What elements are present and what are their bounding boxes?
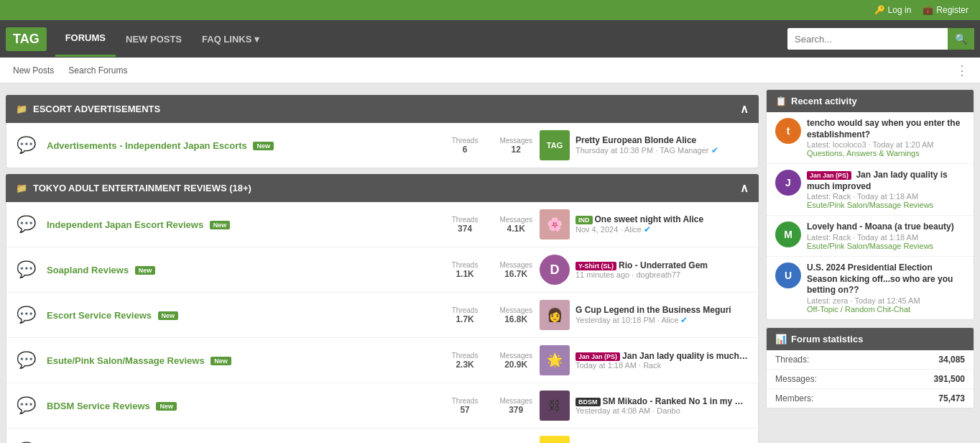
forum-stats-bdsm: Threads 57 Messages 379 xyxy=(452,397,532,415)
collapse-escort-ads[interactable]: ∧ xyxy=(740,102,749,116)
badge-new: New xyxy=(253,142,274,150)
forum-link-independent[interactable]: Independent Japan Escort Reviews xyxy=(47,219,203,230)
main-nav: FORUMS NEW POSTS FAQ LINKS ▾ xyxy=(55,21,787,57)
main-layout: 📁 ESCORT ADVERTISEMENTS ∧ 💬 Advertisemen… xyxy=(0,83,980,443)
forum-latest-bdsm: ⛓ BDSMSM Mikado - Ranked No 1 in my enti… xyxy=(540,391,748,421)
section-header-escort-ads: 📁 ESCORT ADVERTISEMENTS ∧ xyxy=(6,95,759,123)
nav-forums[interactable]: FORUMS xyxy=(55,21,116,57)
sidebar-item-2: J Jan Jan (PS) Jan Jan lady quality is m… xyxy=(767,164,974,216)
subnav-search-forums[interactable]: Search Forums xyxy=(61,60,134,81)
forum-row-soapland: 💬 Soapland Reviews New Threads 1.1K Mess… xyxy=(6,247,758,293)
forum-latest-soapland: D Y-Shirt (SL)Rio - Underrated Gem 11 mi… xyxy=(540,255,748,285)
forum-stats-header: 📊 Forum statistics xyxy=(767,328,974,350)
collapse-tokyo-reviews[interactable]: ∧ xyxy=(740,181,749,195)
sidebar-item-4: U U.S. 2024 Presidential Election Season… xyxy=(767,257,974,319)
forum-link-soapland[interactable]: Soapland Reviews xyxy=(47,265,129,275)
sidebar-avatar-4: U xyxy=(775,262,801,288)
sidebar-link-3[interactable]: Esute/Pink Salon/Massage Reviews xyxy=(807,242,933,250)
forum-row-bdsm: 💬 BDSM Service Reviews New Threads 57 Me… xyxy=(6,383,758,429)
recent-activity-header: 📋 Recent activity xyxy=(767,90,974,112)
chevron-down-icon: ▾ xyxy=(254,34,259,45)
forum-link-bdsm[interactable]: BDSM Service Reviews xyxy=(47,401,150,411)
forum-latest-ads-independent: TAG Pretty European Blonde Alice Thursda… xyxy=(540,130,748,160)
sidebar-title-2: Jan Jan (PS) Jan Jan lady quality is muc… xyxy=(807,170,965,192)
forum-stats-esute: Threads 2.3K Messages 20.9K xyxy=(452,352,532,370)
latest-info-5: Jan Jan (PS)Jan Jan lady quality is much… xyxy=(575,351,748,370)
badge-janjan: Jan Jan (PS) xyxy=(575,352,620,361)
latest-thumb-1: 🌸 xyxy=(540,209,570,239)
site-logo[interactable]: TAG xyxy=(6,27,47,51)
login-link[interactable]: 🔑 Log in xyxy=(874,5,912,15)
sidebar-link-1[interactable]: Questions, Answers & Warnings xyxy=(807,149,920,157)
subnav-new-posts[interactable]: New Posts xyxy=(6,60,61,81)
forum-row-esute: 💬 Esute/Pink Salon/Massage Reviews New T… xyxy=(6,338,758,383)
forum-link-ads-independent[interactable]: Advertisements - Independent Japan Escor… xyxy=(47,140,247,151)
section-body-escort-ads: 💬 Advertisements - Independent Japan Esc… xyxy=(6,123,759,168)
forum-info-escort-service: Escort Service Reviews New xyxy=(47,310,445,321)
messages-stat-4: Messages 16.8K xyxy=(499,306,532,324)
forum-row-escort-service: 💬 Escort Service Reviews New Threads 1.7… xyxy=(6,293,758,338)
forum-chat-icon: 💬 xyxy=(17,136,40,155)
section-header-tokyo-reviews: 📁 TOKYO ADULT ENTERTAINMENT REVIEWS (18+… xyxy=(6,174,759,202)
sidebar-text-4: U.S. 2024 Presidential Election Season k… xyxy=(807,262,965,314)
top-bar: 🔑 Log in 💼 Register xyxy=(0,0,980,20)
forum-link-esute[interactable]: Esute/Pink Salon/Massage Reviews xyxy=(47,355,205,366)
sidebar-link-2[interactable]: Esute/Pink Salon/Massage Reviews xyxy=(807,201,933,209)
tag-avatar: TAG xyxy=(540,130,570,160)
latest-title-3: Y-Shirt (SL)Rio - Underrated Gem xyxy=(575,260,748,270)
section-tokyo-reviews: 📁 TOKYO ADULT ENTERTAINMENT REVIEWS (18+… xyxy=(6,174,759,443)
forum-latest-club: 💎 NHClub Diamond | Oh my god, I'm in lov… xyxy=(540,436,748,443)
badge-ind: IND xyxy=(575,216,593,224)
search-input[interactable] xyxy=(787,29,948,50)
threads-stat-3: Threads 1.1K xyxy=(452,261,479,279)
latest-thumb-3: 👩 xyxy=(540,300,570,330)
activity-icon: 📋 xyxy=(775,96,787,106)
forum-link-escort-service[interactable]: Escort Service Reviews xyxy=(47,310,152,321)
latest-meta-5: Today at 1:18 AM · Rack xyxy=(575,361,748,370)
key-icon: 🔑 xyxy=(874,5,885,15)
sidebar-meta-1: Latest: locoloco3 · Today at 1:20 AM Que… xyxy=(807,140,965,157)
forum-chat-icon-3: 💬 xyxy=(17,260,40,279)
forum-row-independent-reviews: 💬 Independent Japan Escort Reviews New T… xyxy=(6,202,758,247)
threads-stat: Threads 6 xyxy=(452,137,479,155)
forum-info-esute: Esute/Pink Salon/Massage Reviews New xyxy=(47,355,445,366)
messages-stat-2: Messages 4.1K xyxy=(499,216,532,234)
recent-activity-card: 📋 Recent activity t tencho would say whe… xyxy=(766,89,974,320)
bar-chart-icon: 📊 xyxy=(775,334,787,344)
latest-info-2: INDOne sweet night with Alice Nov 4, 202… xyxy=(575,214,748,234)
nav-new-posts[interactable]: NEW POSTS xyxy=(116,22,192,56)
folder-icon: 📁 xyxy=(16,104,27,114)
forum-stats-soapland: Threads 1.1K Messages 16.7K xyxy=(452,261,532,279)
forum-row-ads-independent: 💬 Advertisements - Independent Japan Esc… xyxy=(6,123,758,168)
forum-latest-escort-service: 👩 G Cup Legend in the Business Meguri Ye… xyxy=(540,300,748,330)
messages-stat: Messages 12 xyxy=(499,137,532,155)
latest-info-3: Y-Shirt (SL)Rio - Underrated Gem 11 minu… xyxy=(575,260,748,279)
forum-info-bdsm: BDSM Service Reviews New xyxy=(47,401,445,411)
latest-title-5: Jan Jan (PS)Jan Jan lady quality is much… xyxy=(575,351,748,361)
threads-stat-5: Threads 2.3K xyxy=(452,352,479,370)
user-avatar-d: D xyxy=(540,255,570,285)
sidebar-avatar-1: t xyxy=(775,118,801,144)
latest-meta: Thursday at 10:38 PM · TAG Manager ✔ xyxy=(575,145,748,155)
badge-new-3: New xyxy=(135,266,156,275)
more-options-icon[interactable]: ⋮ xyxy=(950,63,974,78)
verified-icon: ✔ xyxy=(711,145,718,155)
stats-row-members: Members: 75,473 xyxy=(767,389,974,408)
section-body-tokyo-reviews: 💬 Independent Japan Escort Reviews New T… xyxy=(6,202,759,443)
sidebar-avatar-3: M xyxy=(775,221,801,247)
register-link[interactable]: 💼 Register xyxy=(923,5,969,15)
latest-info-4: G Cup Legend in the Business Meguri Yest… xyxy=(575,305,748,325)
search-button[interactable]: 🔍 xyxy=(948,28,974,50)
latest-thumb-4: 🌟 xyxy=(540,345,570,375)
latest-thumb-5: ⛓ xyxy=(540,391,570,421)
latest-meta-3: 11 minutes ago · dogbreath77 xyxy=(575,270,748,279)
sidebar-meta-4: Latest: zera · Today at 12:45 AM Off-Top… xyxy=(807,296,965,314)
sidebar-avatar-2: J xyxy=(775,170,801,196)
forum-chat-icon-4: 💬 xyxy=(17,306,40,324)
nav-faq-links[interactable]: FAQ LINKS ▾ xyxy=(192,22,269,56)
forum-stats-ads-independent: Threads 6 Messages 12 xyxy=(452,137,532,155)
sidebar-link-4[interactable]: Off-Topic / Random Chit-Chat xyxy=(807,305,910,314)
badge-yshirt: Y-Shirt (SL) xyxy=(575,262,616,270)
folder-icon-2: 📁 xyxy=(16,183,27,193)
latest-title-6: BDSMSM Mikado - Ranked No 1 in my entire… xyxy=(575,396,748,406)
